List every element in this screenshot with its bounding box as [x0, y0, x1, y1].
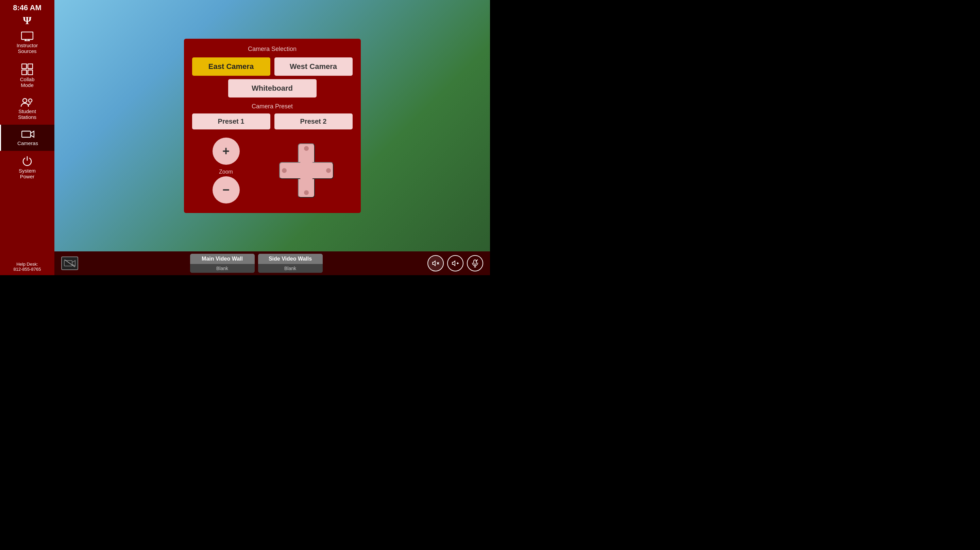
grid-icon — [21, 63, 33, 75]
zoom-in-button[interactable]: + — [213, 138, 240, 165]
main-video-wall-label: Main Video Wall — [190, 254, 255, 264]
sidebar-label-cameras: Cameras — [18, 140, 38, 146]
zoom-in-icon: + — [223, 144, 229, 158]
side-video-walls-label: Side Video Walls — [258, 254, 323, 264]
zoom-label: Zoom — [219, 169, 233, 175]
speaker-x-icon — [431, 259, 440, 267]
side-video-walls-button[interactable]: Side Video Walls Blank — [258, 254, 323, 273]
clock: 8:46 AM — [13, 3, 41, 12]
mic-button[interactable] — [467, 255, 483, 271]
svg-rect-5 — [28, 64, 33, 69]
zoom-out-icon: − — [223, 183, 229, 197]
dpad-down-dot — [304, 190, 309, 195]
sidebar-item-collab-mode[interactable]: CollabMode — [0, 59, 54, 93]
sidebar-label-instructor-sources: InstructorSources — [17, 43, 38, 54]
dpad-center — [296, 160, 317, 181]
sidebar-label-student-stations: StudentStations — [18, 108, 37, 120]
zoom-out-button[interactable]: − — [213, 176, 240, 203]
bottom-bar: Main Video Wall Blank Side Video Walls B… — [54, 251, 490, 275]
camera-selection-row: East Camera West Camera — [192, 57, 353, 76]
dpad-up-dot — [304, 146, 309, 151]
east-camera-button[interactable]: East Camera — [192, 57, 270, 76]
main-content: Camera Selection East Camera West Camera… — [54, 0, 490, 251]
sidebar: 8:46 AM Ψ InstructorSources CollabMode S… — [0, 0, 54, 275]
svg-rect-0 — [21, 32, 33, 40]
power-icon — [22, 155, 33, 166]
microphone-icon — [471, 259, 479, 267]
svg-rect-11 — [64, 261, 72, 266]
sidebar-item-cameras[interactable]: Cameras — [0, 125, 54, 151]
video-preview-area — [61, 257, 78, 270]
dpad-left-dot — [282, 168, 286, 173]
dpad-right-dot — [326, 168, 331, 173]
help-desk-info: Help Desk: 812-855-8765 — [0, 258, 54, 275]
iu-logo: Ψ — [23, 14, 32, 27]
svg-point-8 — [23, 98, 27, 103]
side-video-walls-status: Blank — [258, 264, 323, 273]
dpad — [279, 143, 334, 198]
main-video-wall-button[interactable]: Main Video Wall Blank — [190, 254, 255, 273]
mute-button[interactable] — [428, 255, 444, 271]
svg-point-9 — [29, 99, 32, 102]
whiteboard-button[interactable]: Whiteboard — [228, 79, 317, 98]
ptz-area: + Zoom − — [192, 136, 353, 205]
help-desk-phone: 812-855-8765 — [3, 267, 52, 272]
sidebar-label-collab-mode: CollabMode — [20, 76, 35, 88]
west-camera-button[interactable]: West Camera — [274, 57, 353, 76]
help-desk-label: Help Desk: — [3, 262, 52, 267]
sidebar-item-student-stations[interactable]: StudentStations — [0, 93, 54, 125]
camera-selection-title: Camera Selection — [192, 46, 353, 53]
svg-rect-7 — [28, 70, 33, 75]
main-video-wall-status: Blank — [190, 264, 255, 273]
preset-2-button[interactable]: Preset 2 — [274, 114, 353, 130]
volume-up-button[interactable] — [447, 255, 463, 271]
sidebar-item-instructor-sources[interactable]: InstructorSources — [0, 27, 54, 59]
camera-icon — [21, 130, 34, 139]
svg-rect-17 — [474, 260, 476, 264]
whiteboard-row: Whiteboard — [192, 79, 353, 98]
speaker-plus-icon — [451, 259, 460, 267]
camera-panel: Camera Selection East Camera West Camera… — [184, 39, 361, 213]
svg-rect-10 — [22, 131, 30, 137]
audio-controls — [428, 255, 483, 271]
zoom-controls: + Zoom − — [211, 136, 241, 205]
video-preview-icon — [61, 257, 78, 270]
wall-buttons: Main Video Wall Blank Side Video Walls B… — [190, 254, 323, 273]
video-slash-icon — [64, 258, 75, 268]
sidebar-label-system-power: SystemPower — [19, 168, 36, 179]
users-icon — [21, 98, 33, 107]
monitor-icon — [21, 32, 33, 41]
preset-1-button[interactable]: Preset 1 — [192, 114, 270, 130]
sidebar-item-system-power[interactable]: SystemPower — [0, 151, 54, 184]
svg-rect-6 — [22, 70, 27, 75]
preset-title: Camera Preset — [192, 103, 353, 110]
preset-row: Preset 1 Preset 2 — [192, 114, 353, 130]
svg-rect-4 — [22, 64, 27, 69]
